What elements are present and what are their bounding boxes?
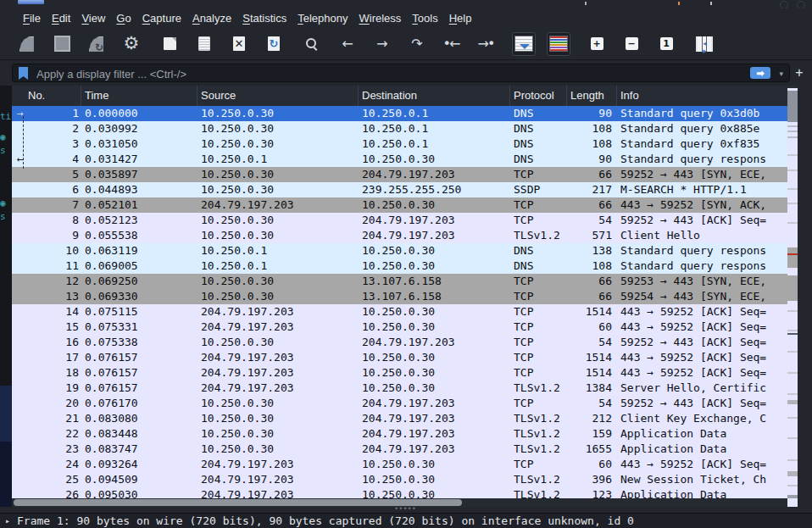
apply-filter-button[interactable]: ➡	[750, 67, 770, 79]
reload-capture-file-button[interactable]: ↻	[262, 32, 286, 56]
background-block	[0, 386, 12, 442]
restart-capture-button[interactable]: ↻	[85, 32, 108, 56]
go-back-icon: ←	[339, 37, 354, 51]
minimap-segment	[787, 471, 798, 476]
packet-row[interactable]: 210.08308010.250.0.30204.79.197.203TLSv1…	[12, 411, 787, 426]
packet-row[interactable]: 220.08344810.250.0.30204.79.197.203TLSv1…	[12, 426, 787, 442]
packet-row[interactable]: 190.076157204.79.197.20310.250.0.30TLSv1…	[12, 381, 787, 396]
column-header-source[interactable]: Source	[197, 86, 359, 106]
menu-statistics[interactable]: Statistics	[242, 12, 286, 25]
close-capture-file-button[interactable]: ✕	[227, 32, 251, 56]
menu-help[interactable]: Help	[449, 12, 472, 25]
minimap-segment	[787, 330, 798, 331]
capture-options-button[interactable]: ⚙	[120, 32, 143, 56]
packet-row[interactable]: 160.07533810.250.0.30204.79.197.203TCP54…	[12, 335, 787, 350]
packet-row[interactable]: 240.093264204.79.197.20310.250.0.30TCP60…	[12, 457, 787, 472]
menu-capture[interactable]: Capture	[142, 12, 181, 25]
menu-bar: FileEditViewGoCaptureAnalyzeStatisticsTe…	[0, 8, 812, 28]
expand-triangle-icon[interactable]: ▸	[5, 514, 10, 528]
minimap-segment	[787, 417, 798, 419]
packet-row[interactable]: 140.075115204.79.197.20310.250.0.30TCP15…	[12, 304, 787, 320]
packet-row[interactable]: 200.07617010.250.0.30204.79.197.203TCP54…	[12, 396, 787, 411]
column-header-time[interactable]: Time	[81, 86, 197, 106]
background-fragment: ◉	[0, 197, 12, 208]
packet-row[interactable]: 250.094509204.79.197.20310.250.0.30TLSv1…	[12, 472, 787, 487]
go-forward-button[interactable]: →	[370, 32, 393, 56]
menu-edit[interactable]: Edit	[52, 12, 70, 25]
minimap-segment	[787, 351, 798, 353]
resize-columns-icon: ◂ ▸	[696, 36, 713, 52]
find-packet-icon	[305, 37, 319, 51]
menu-telephony[interactable]: Telephony	[298, 12, 348, 25]
menu-analyze[interactable]: Analyze	[192, 12, 231, 25]
minimap-segment	[787, 136, 798, 138]
close-capture-file-icon: ✕	[233, 36, 245, 51]
go-first-packet-button[interactable]: •←	[439, 32, 463, 56]
minimap-segment	[787, 91, 798, 122]
column-header-destination[interactable]: Destination	[359, 86, 510, 106]
titlebar-speck	[585, 2, 587, 5]
display-filter-box[interactable]: ➡ ▾	[12, 64, 790, 82]
zoom-in-button[interactable]: +	[585, 32, 609, 56]
minimap-segment	[787, 333, 798, 335]
packet-row[interactable]: 80.05212310.250.0.30204.79.197.203TCP545…	[12, 213, 787, 228]
minimap-segment	[787, 393, 798, 395]
titlebar-speck	[710, 2, 712, 5]
colorize-packets-button[interactable]	[547, 32, 570, 56]
column-header-protocol[interactable]: Protocol	[510, 86, 567, 106]
go-back-button[interactable]: ←	[335, 32, 359, 56]
menu-wireless[interactable]: Wireless	[359, 12, 402, 25]
menu-tools[interactable]: Tools	[412, 12, 437, 25]
minimap-segment	[787, 125, 798, 127]
column-header-info[interactable]: Info	[617, 86, 798, 106]
horizontal-scrollbar[interactable]	[12, 498, 787, 507]
resize-columns-button[interactable]: ◂ ▸	[692, 32, 716, 56]
packet-row[interactable]: 40.03142710.250.0.110.250.0.30DNS90Stand…	[12, 152, 787, 167]
menu-file[interactable]: File	[23, 12, 41, 25]
go-to-packet-button[interactable]: ↷	[404, 32, 428, 56]
column-header-no[interactable]: No.	[12, 86, 81, 106]
background-fragment: ◉	[0, 131, 12, 142]
open-capture-file-button[interactable]	[158, 32, 181, 56]
packet-row[interactable]: 70.052101204.79.197.20310.250.0.30TCP664…	[12, 197, 787, 213]
find-packet-button[interactable]	[300, 32, 324, 56]
packet-row[interactable]: 120.06925010.250.0.3013.107.6.158TCP6659…	[12, 274, 787, 289]
stop-capture-button[interactable]	[50, 32, 74, 56]
packet-row[interactable]: 20.03099210.250.0.3010.250.0.1DNS108Stan…	[12, 121, 787, 136]
packet-minimap[interactable]	[787, 88, 798, 507]
bookmark-icon[interactable]	[18, 67, 29, 80]
packet-row[interactable]: 130.06933010.250.0.3013.107.6.158TCP6659…	[12, 289, 787, 304]
go-last-packet-button[interactable]: →•	[474, 32, 498, 56]
packet-row[interactable]: 170.076157204.79.197.20310.250.0.30TCP15…	[12, 350, 787, 365]
pane-splitter[interactable]: •••••	[0, 507, 812, 513]
display-filter-input[interactable]	[35, 65, 750, 82]
add-filter-button[interactable]: +	[793, 65, 806, 81]
zoom-original-icon: 1	[660, 37, 673, 50]
minimap-segment	[787, 222, 798, 224]
filter-dropdown-caret-icon[interactable]: ▾	[779, 69, 783, 78]
column-header-length[interactable]: Length	[567, 86, 617, 106]
packet-row[interactable]: 50.03589710.250.0.30204.79.197.203TCP665…	[12, 167, 787, 182]
packet-row[interactable]: 230.08374710.250.0.30204.79.197.203TLSv1…	[12, 442, 787, 457]
menu-view[interactable]: View	[81, 12, 105, 25]
packet-list-pane: No.TimeSourceDestinationProtocolLengthIn…	[12, 86, 798, 507]
packet-row[interactable]: 90.05553810.250.0.30204.79.197.203TLSv1.…	[12, 228, 787, 243]
open-capture-file-icon	[164, 37, 176, 50]
detail-frame-row[interactable]: ▸ Frame 1: 90 bytes on wire (720 bits), …	[0, 514, 812, 528]
packet-row[interactable]: 110.06900510.250.0.110.250.0.30DNS108Sta…	[12, 258, 787, 274]
packet-row[interactable]: 60.04489310.250.0.30239.255.255.250SSDP2…	[12, 182, 787, 197]
menu-go[interactable]: Go	[116, 12, 131, 25]
packet-row[interactable]: 180.076157204.79.197.20310.250.0.30TCP15…	[12, 365, 787, 381]
horizontal-scrollbar-thumb[interactable]	[14, 499, 462, 506]
packet-row[interactable]: 10.00000010.250.0.3010.250.0.1DNS90Stand…	[12, 106, 787, 121]
zoom-out-button[interactable]: −	[620, 32, 643, 56]
packet-row[interactable]: 100.06311910.250.0.110.250.0.30DNS138Sta…	[12, 243, 787, 258]
window-icon	[18, 0, 44, 4]
start-capture-button[interactable]	[15, 32, 39, 56]
zoom-original-button[interactable]: 1	[654, 32, 678, 56]
packet-row[interactable]: 150.075331204.79.197.20310.250.0.30TCP60…	[12, 320, 787, 335]
filter-bar: ➡ ▾ +	[0, 61, 812, 86]
packet-row[interactable]: 30.03105010.250.0.3010.250.0.1DNS108Stan…	[12, 136, 787, 152]
save-capture-file-button[interactable]	[192, 32, 216, 56]
auto-scroll-button[interactable]	[512, 32, 536, 56]
